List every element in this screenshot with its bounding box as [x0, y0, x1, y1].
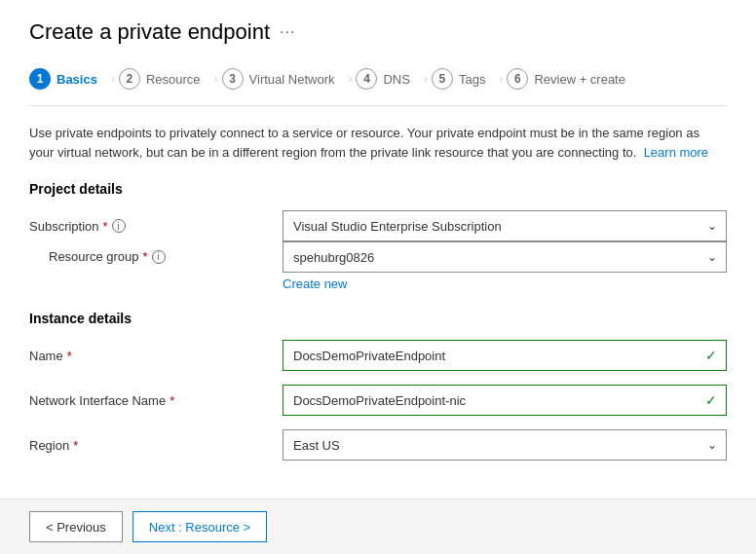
step-separator-4: › [420, 72, 432, 86]
project-details-section: Project details Subscription * i Visual … [29, 181, 727, 291]
step-separator-1: › [107, 72, 119, 86]
step-1-label: Basics [57, 72, 97, 87]
name-label: Name * [29, 349, 283, 363]
region-row: Region * East US ⌄ [29, 429, 727, 461]
subscription-control: Visual Studio Enterprise Subscription ⌄ [283, 210, 727, 241]
next-button[interactable]: Next : Resource > [132, 511, 267, 542]
resource-group-select[interactable]: spehubrg0826 [283, 241, 727, 273]
subscription-row: Subscription * i Visual Studio Enterpris… [29, 210, 727, 241]
project-details-header: Project details [29, 181, 727, 197]
name-required-star: * [67, 349, 72, 363]
previous-button[interactable]: < Previous [29, 511, 123, 542]
learn-more-link[interactable]: Learn more [644, 145, 708, 160]
step-1-circle: 1 [29, 68, 51, 90]
resource-group-info-icon[interactable]: i [152, 250, 166, 264]
step-4-circle: 4 [356, 68, 377, 90]
region-select-wrapper: East US ⌄ [283, 429, 727, 461]
subscription-label: Subscription * i [29, 219, 283, 234]
step-3-label: Virtual Network [249, 72, 335, 87]
name-row: Name * ✓ [29, 340, 727, 371]
subscription-select-wrapper: Visual Studio Enterprise Subscription ⌄ [283, 210, 727, 241]
create-new-link[interactable]: Create new [283, 277, 727, 291]
step-4-label: DNS [383, 72, 409, 87]
region-required-star: * [73, 438, 78, 453]
nic-name-input[interactable] [283, 385, 727, 416]
page-container: Create a private endpoint ··· 1 Basics ›… [0, 0, 756, 499]
nic-name-row: Network Interface Name * ✓ [29, 385, 727, 416]
instance-details-section: Instance details Name * ✓ Network Interf… [29, 311, 727, 461]
description-text: Use private endpoints to privately conne… [29, 124, 727, 162]
resource-group-control: spehubrg0826 ⌄ Create new [283, 241, 727, 291]
step-6-label: Review + create [534, 72, 625, 87]
name-input-wrapper: ✓ [283, 340, 727, 371]
footer: < Previous Next : Resource > [0, 499, 756, 554]
region-control: East US ⌄ [283, 429, 727, 461]
resource-group-label-col: Resource group * i [49, 241, 283, 264]
subscription-select[interactable]: Visual Studio Enterprise Subscription [283, 210, 727, 241]
region-label: Region * [29, 438, 283, 453]
instance-details-header: Instance details [29, 311, 727, 326]
nic-name-input-wrapper: ✓ [283, 385, 727, 416]
step-separator-5: › [495, 72, 507, 86]
step-2-label: Resource [146, 72, 201, 87]
step-5-circle: 5 [432, 68, 453, 90]
subscription-required-star: * [103, 219, 108, 234]
nic-name-required-star: * [170, 393, 174, 408]
step-5-label: Tags [459, 72, 485, 87]
nic-name-label: Network Interface Name * [29, 393, 283, 408]
resource-group-row: Resource group * i spehubrg0826 ⌄ Create… [29, 241, 727, 291]
resource-group-required-star: * [143, 249, 148, 264]
resource-group-select-wrapper: spehubrg0826 ⌄ [283, 241, 727, 273]
step-separator-2: › [210, 72, 222, 86]
step-6-review-create[interactable]: 6 Review + create [507, 64, 635, 93]
name-input[interactable] [283, 340, 727, 371]
name-control: ✓ [283, 340, 727, 371]
page-title: Create a private endpoint [29, 19, 270, 45]
nic-name-control: ✓ [283, 385, 727, 416]
step-6-circle: 6 [507, 68, 528, 90]
step-separator-3: › [344, 72, 356, 86]
step-4-dns[interactable]: 4 DNS [356, 64, 419, 93]
step-3-virtual-network[interactable]: 3 Virtual Network [222, 64, 345, 93]
ellipsis-menu-button[interactable]: ··· [280, 23, 295, 41]
subscription-info-icon[interactable]: i [112, 219, 126, 233]
step-5-tags[interactable]: 5 Tags [432, 64, 495, 93]
step-2-resource[interactable]: 2 Resource [119, 64, 210, 93]
page-title-row: Create a private endpoint ··· [29, 19, 727, 45]
region-select[interactable]: East US [283, 429, 727, 461]
step-2-circle: 2 [119, 68, 140, 90]
step-3-circle: 3 [222, 68, 244, 90]
wizard-steps: 1 Basics › 2 Resource › 3 Virtual Networ… [29, 64, 727, 106]
step-1-basics[interactable]: 1 Basics [29, 64, 107, 93]
